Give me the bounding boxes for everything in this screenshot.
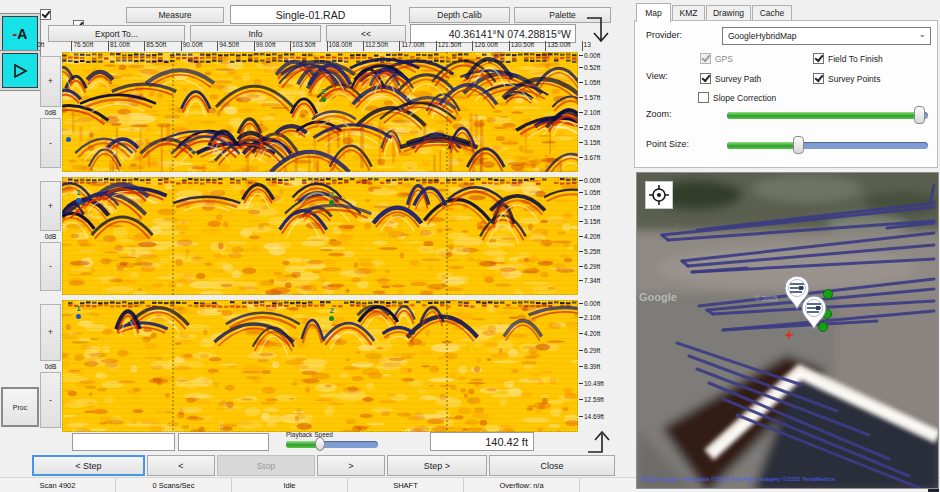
zoom-slider-fill <box>727 112 920 119</box>
provider-combobox[interactable]: GoogleHybridMap ⌄ <box>722 27 931 45</box>
depth-tick: 0.00ft <box>579 52 600 59</box>
status-segment: Scan 4902 <box>0 478 116 492</box>
marker-dot <box>76 314 81 319</box>
point-size-slider-fill <box>727 142 799 149</box>
depth-tick: 0.00ft <box>579 177 600 184</box>
depth-tick: 7.34ft <box>579 277 600 284</box>
playback-slider-thumb[interactable] <box>315 437 325 451</box>
marker-number: 2 <box>330 307 334 315</box>
marker-number: 1 <box>76 305 80 313</box>
gain-value-label: 0dB <box>40 107 61 118</box>
checkbox-box[interactable] <box>813 53 824 64</box>
checkbox-box[interactable] <box>813 73 824 84</box>
transport-step-button[interactable]: < Step <box>32 455 145 476</box>
map-view[interactable]: Google © 2025 ©2025 Google - Map data ©2… <box>636 172 939 489</box>
depth-tick: 1.05ft <box>579 79 600 86</box>
checkbox-box[interactable] <box>700 73 711 84</box>
checkbox-box[interactable] <box>700 53 711 64</box>
field-to-finish-checkbox[interactable]: Field To Finish <box>813 53 883 64</box>
depth-tick: 8.39ft <box>579 363 600 370</box>
survey-path-checkbox[interactable]: Survey Path <box>700 73 761 84</box>
transport--button[interactable]: < <box>147 455 215 476</box>
play-button[interactable] <box>2 53 38 88</box>
gain-minus-button[interactable]: - <box>40 372 61 429</box>
depth-scale-1: 0.00ft0.52ft1.05ft1.57ft2.10ft2.62ft3.15… <box>579 52 619 172</box>
ruler-tick: 135.00ft <box>545 41 581 51</box>
radar-section-2[interactable]: 12 <box>62 177 578 295</box>
gain-plus-button[interactable]: + <box>40 56 61 107</box>
depth-tick: 14.69ft <box>579 413 604 420</box>
transport-close-button[interactable]: Close <box>489 455 615 476</box>
provider-label: Provider: <box>646 30 682 40</box>
ruler-tick: 13 <box>582 41 618 51</box>
zoom-slider-thumb[interactable] <box>914 106 925 124</box>
measure-button[interactable]: Measure <box>126 7 224 23</box>
marker-number: 2 <box>330 191 334 199</box>
survey-marker[interactable]: 2 <box>321 88 326 102</box>
ruler-tick: 108.00ft <box>327 41 363 51</box>
status-segment: SHAFT <box>348 478 464 492</box>
point-size-slider[interactable] <box>727 142 928 149</box>
survey-marker[interactable]: 1 <box>76 305 81 319</box>
tab-map[interactable]: Map <box>636 3 671 22</box>
gain-plus-button[interactable]: + <box>40 181 61 231</box>
tab-drawing[interactable]: Drawing <box>706 5 751 21</box>
depth-tick: 3.15ft <box>579 139 600 146</box>
survey-marker[interactable]: 2 <box>329 191 334 205</box>
radar-section-3[interactable]: 12 <box>62 300 578 432</box>
toolbar-checkbox-1[interactable] <box>40 9 51 20</box>
ruler-tick: 90.00ft <box>181 41 217 51</box>
gain-column-3: +0dB- <box>40 304 61 428</box>
zoom-label: Zoom: <box>646 109 672 119</box>
depth-tick: 0.00ft <box>579 300 600 307</box>
gain-plus-button[interactable]: + <box>40 304 61 361</box>
gain-minus-button[interactable]: - <box>40 242 61 292</box>
playback-speed-slider[interactable] <box>286 441 378 448</box>
tab-cache[interactable]: Cache <box>752 5 792 21</box>
point-size-slider-thumb[interactable] <box>793 136 804 154</box>
input-box-2[interactable] <box>178 433 269 451</box>
ruler-tick: 76.50ft <box>71 41 107 51</box>
transport-step-button[interactable]: Step > <box>387 455 487 476</box>
depth-calib-button[interactable]: Depth Calib <box>409 7 510 23</box>
depth-tick: 0.52ft <box>579 64 600 71</box>
gain-column-1: +0dB- <box>40 56 61 168</box>
tab-kmz[interactable]: KMZ <box>672 5 705 21</box>
gps-center-button[interactable] <box>645 181 673 209</box>
view-label: View: <box>646 71 668 81</box>
proc-button[interactable]: Proc <box>1 387 39 427</box>
slope-correction-label: Slope Correction <box>713 93 776 103</box>
transport--button[interactable]: > <box>317 455 385 476</box>
map-copyright: ©2025 Google - Map data ©2025 Tele Atlas… <box>640 476 835 482</box>
gps-label: GPS <box>715 54 733 64</box>
slope-correction-checkbox[interactable]: Slope Correction <box>698 92 776 103</box>
ruler-tick: 103.50ft <box>290 41 326 51</box>
depth-tick: 2.10ft <box>579 109 600 116</box>
depth-tick: 4.20ft <box>579 233 600 240</box>
depth-tick: 2.62ft <box>579 124 600 131</box>
export-to-button[interactable]: Export To... <box>48 25 185 42</box>
zoom-slider[interactable] <box>727 112 928 119</box>
gain-column-2: +0dB- <box>40 181 61 291</box>
survey-marker[interactable] <box>66 136 71 142</box>
survey-marker[interactable]: 2 <box>329 307 334 321</box>
depth-tick: 10.49ft <box>579 380 604 387</box>
depth-tick: 6.29ft <box>579 347 600 354</box>
depth-scale-2: 0.00ft1.05ft2.10ft3.15ft4.20ft5.25ft6.29… <box>579 177 619 295</box>
checkbox-box[interactable] <box>698 92 709 103</box>
marker-number: 2 <box>321 88 325 96</box>
scroll-up-icon[interactable] <box>585 428 615 456</box>
marker-dot <box>321 97 326 102</box>
radar-section-1[interactable]: 2 <box>62 52 578 172</box>
filename-field[interactable]: Single-01.RAD <box>230 5 391 24</box>
input-box-1[interactable] <box>72 433 175 451</box>
survey-marker[interactable]: 1 <box>76 189 81 203</box>
info-button[interactable]: Info <box>190 25 321 42</box>
rewind-button[interactable]: << <box>326 25 406 42</box>
depth-tick: 6.29ft <box>579 263 600 270</box>
ruler-tick: 130.50ft <box>509 41 545 51</box>
survey-points-checkbox[interactable]: Survey Points <box>813 73 880 84</box>
gps-checkbox[interactable]: GPS <box>700 53 733 64</box>
auto-gain-button[interactable]: -A <box>2 16 38 51</box>
gain-minus-button[interactable]: - <box>40 118 61 169</box>
